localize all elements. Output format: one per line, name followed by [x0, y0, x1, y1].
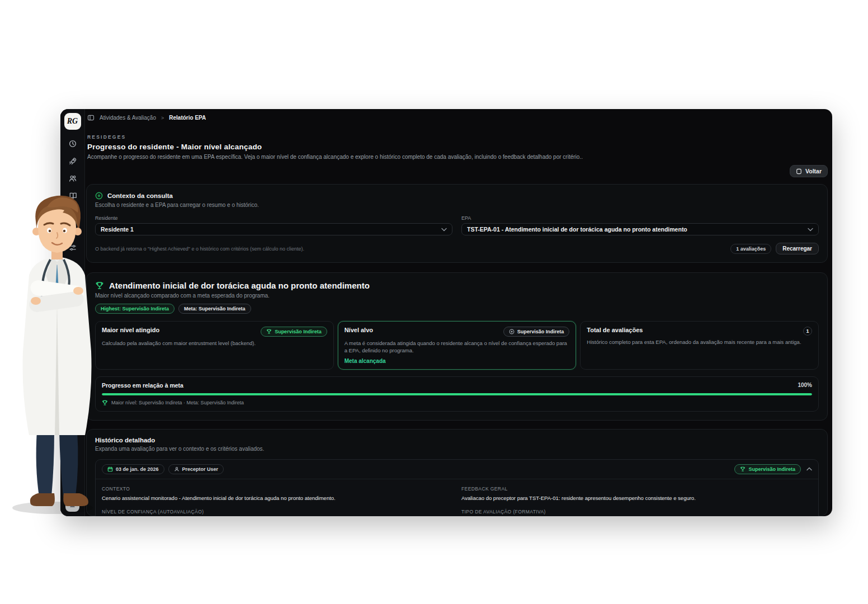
trophy-icon — [740, 466, 746, 472]
evaluation-count-badge: 1 avaliações — [730, 244, 771, 254]
app-logo[interactable]: RG — [64, 113, 81, 130]
chevron-up-icon[interactable] — [806, 467, 812, 471]
stat-target-level: Nível alvo Supervisão Indireta A meta é … — [338, 321, 577, 370]
chevron-down-icon — [441, 228, 447, 232]
epa-summary-card: Atendimento inicial de dor torácica agud… — [86, 272, 828, 421]
epa-field: EPA TST-EPA-01 - Atendimento inicial de … — [461, 215, 819, 235]
panel-icon — [796, 168, 802, 174]
progress-footer: Maior nível: Supervisão Indireta · Meta:… — [111, 400, 244, 405]
entry-right-column: FEEDBACK GERAL Avaliacao do preceptor pa… — [461, 486, 812, 516]
meta-pill: Meta: Supervisão Indireta — [178, 304, 251, 314]
entry-date-pill: 03 de jan. de 2026 — [102, 464, 164, 474]
history-card: Histórico detalhado Expanda uma avaliaçã… — [86, 429, 828, 516]
trophy-icon — [102, 400, 108, 406]
chevron-down-icon — [808, 228, 813, 232]
target-icon — [95, 192, 103, 200]
highest-pill: Highest: Supervisão Indireta — [95, 304, 174, 314]
sidebar: RG — [60, 109, 85, 516]
calendar-icon[interactable] — [66, 224, 79, 237]
trophy-icon — [95, 281, 104, 290]
progress-card: Progresso em relação à meta 100% Maior n… — [95, 376, 819, 412]
total-count-badge: 1 — [803, 327, 812, 336]
entry-left-column: CONTEXTO Cenario assistencial monitorado… — [102, 486, 452, 516]
trophy-icon — [266, 329, 272, 334]
main-content: Atividades & Avaliação > Relatório EPA R… — [85, 109, 832, 516]
sidebar-nav — [66, 138, 79, 254]
breadcrumb-current[interactable]: Relatório EPA — [169, 115, 206, 121]
resident-select[interactable]: Residente 1 — [95, 223, 452, 235]
evaluation-entry: 03 de jan. de 2026 Preceptor User Superv… — [95, 459, 819, 516]
meta-achieved-status: Meta alcançada — [345, 358, 570, 364]
evaluation-entry-header[interactable]: 03 de jan. de 2026 Preceptor User Superv… — [96, 460, 818, 479]
context-card-subtitle: Escolha o residente e a EPA para carrega… — [95, 202, 819, 208]
backend-helper-text: O backend já retorna o "Highest Achieved… — [95, 246, 304, 252]
app-window: RG — [60, 109, 832, 516]
progress-percent: 100% — [798, 382, 812, 388]
calendar-icon — [107, 466, 113, 472]
users-icon[interactable] — [66, 172, 79, 185]
user-avatar[interactable] — [65, 498, 79, 512]
back-row: Voltar — [86, 165, 828, 177]
page-subtitle: Acompanhe o progresso do residente em um… — [87, 154, 828, 160]
breadcrumb-separator: > — [161, 115, 164, 121]
rocket-icon[interactable] — [66, 155, 79, 167]
eye-icon[interactable] — [66, 207, 79, 219]
app-eyebrow: RESIDEGES — [87, 134, 828, 140]
entry-level-pill: Supervisão Indireta — [734, 464, 801, 474]
evaluation-entry-body: CONTEXTO Cenario assistencial monitorado… — [96, 479, 818, 516]
epa-select[interactable]: TST-EPA-01 - Atendimento inicial de dor … — [461, 223, 819, 235]
page: RG — [0, 0, 868, 604]
progress-title: Progresso em relação à meta — [102, 382, 183, 389]
stat-highest-level: Maior nível atingido Supervisão Indireta… — [95, 321, 334, 370]
entry-evaluator-pill: Preceptor User — [168, 464, 224, 474]
field-feedback-geral: FEEDBACK GERAL Avaliacao do preceptor pa… — [461, 486, 812, 502]
user-icon — [174, 466, 180, 472]
context-card-title: Contexto da consulta — [107, 192, 173, 199]
field-tipo-avaliacao: TIPO DE AVALIAÇÃO (FORMATIVA) Não — [461, 509, 812, 516]
field-nivel-confianca: NÍVEL DE CONFIANÇA (AUTOAVALIAÇÃO) Super… — [102, 509, 452, 516]
page-title: Progresso do residente - Maior nível alc… — [87, 143, 828, 151]
reload-button[interactable]: Recarregar — [776, 243, 819, 254]
epa-subtitle: Maior nível alcançado comparado com a me… — [95, 292, 819, 299]
book-icon[interactable] — [66, 190, 79, 202]
epa-title: Atendimento inicial de dor torácica agud… — [109, 281, 370, 290]
highest-level-badge: Supervisão Indireta — [261, 327, 327, 337]
context-card: Contexto da consulta Escolha o residente… — [86, 184, 828, 263]
breadcrumb-section[interactable]: Atividades & Avaliação — [100, 115, 156, 121]
resident-field: Residente Residente 1 — [95, 215, 452, 235]
target-icon — [509, 329, 515, 334]
breadcrumb: Atividades & Avaliação > Relatório EPA — [86, 109, 828, 121]
epa-label: EPA — [461, 215, 819, 221]
history-title: Histórico detalhado — [95, 437, 819, 443]
page-header: RESIDEGES Progresso do residente - Maior… — [86, 134, 828, 160]
clock-icon[interactable] — [66, 138, 79, 150]
resident-label: Residente — [95, 215, 452, 221]
stat-total-evaluations: Total de avaliações 1 Histórico completo… — [580, 321, 819, 370]
target-level-badge: Supervisão Indireta — [503, 327, 570, 337]
progress-bar — [102, 393, 812, 395]
sliders-icon[interactable] — [66, 242, 79, 254]
progress-bar-fill — [102, 393, 812, 395]
panel-toggle-icon[interactable] — [87, 114, 95, 121]
field-contexto: CONTEXTO Cenario assistencial monitorado… — [102, 486, 452, 502]
back-button[interactable]: Voltar — [790, 165, 828, 177]
history-subtitle: Expanda uma avaliação para ver o context… — [95, 446, 819, 452]
